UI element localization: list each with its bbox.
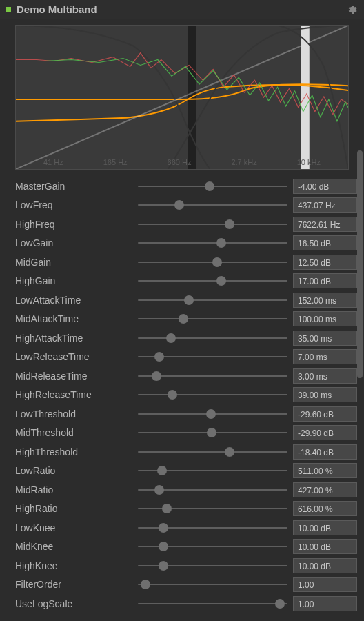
param-value[interactable]: 7.00 ms — [293, 349, 357, 364]
param-row: HighAttackTime35.00 ms — [15, 328, 357, 348]
panel-title: Demo Multiband — [17, 3, 346, 15]
slider-wrap — [132, 565, 293, 566]
slider-wrap — [132, 489, 293, 491]
param-label: LowReleaseTime — [15, 351, 132, 362]
param-row: MidGain12.50 dB — [15, 253, 357, 272]
param-value[interactable]: 1.00 — [293, 596, 357, 611]
param-slider[interactable] — [138, 470, 287, 471]
parameter-list: MasterGain-4.00 dBLowFreq437.07 HzHighFr… — [0, 174, 364, 613]
param-row: MidThreshold-29.90 dB — [15, 424, 357, 443]
slider-wrap — [132, 224, 293, 225]
active-indicator — [6, 7, 11, 12]
param-row: HighReleaseTime39.00 ms — [15, 386, 357, 405]
param-label: MasterGain — [15, 181, 132, 192]
scrollbar-thumb[interactable] — [357, 150, 363, 378]
param-value[interactable]: 152.00 ms — [293, 293, 357, 308]
param-value[interactable]: 10.00 dB — [293, 539, 357, 554]
param-slider[interactable] — [138, 242, 287, 244]
param-row: HighKnee10.00 dB — [15, 556, 357, 575]
param-label: HighGain — [15, 275, 132, 286]
slider-wrap — [132, 413, 293, 415]
param-row: LowAttackTime152.00 ms — [15, 290, 357, 310]
param-slider[interactable] — [138, 394, 287, 395]
param-label: LowRatio — [15, 465, 132, 476]
param-slider[interactable] — [138, 413, 287, 415]
param-slider[interactable] — [138, 280, 287, 282]
param-label: MidAttackTime — [15, 313, 132, 324]
param-label: MidGain — [15, 257, 132, 268]
param-row: HighThreshold-18.40 dB — [15, 442, 357, 462]
param-slider[interactable] — [138, 508, 287, 509]
param-label: FilterOrder — [15, 579, 132, 590]
param-value[interactable]: 10.00 dB — [293, 520, 357, 535]
param-slider[interactable] — [138, 546, 287, 547]
param-slider[interactable] — [138, 527, 287, 529]
svg-line-2 — [16, 26, 348, 169]
slider-wrap — [132, 508, 293, 509]
param-slider[interactable] — [138, 318, 287, 319]
panel-header: Demo Multiband — [0, 0, 364, 19]
param-label: LowKnee — [15, 522, 132, 533]
slider-wrap — [132, 603, 293, 604]
param-value[interactable]: 3.00 ms — [293, 368, 357, 384]
param-value[interactable]: 437.07 Hz — [293, 197, 357, 213]
param-slider[interactable] — [138, 204, 287, 206]
param-slider[interactable] — [138, 603, 287, 604]
param-slider[interactable] — [138, 375, 287, 377]
graph-svg — [16, 26, 348, 169]
param-row: LowFreq437.07 Hz — [15, 196, 357, 215]
param-slider[interactable] — [138, 262, 287, 263]
slider-wrap — [132, 242, 293, 244]
param-row: MidReleaseTime3.00 ms — [15, 366, 357, 386]
slider-wrap — [132, 527, 293, 529]
param-slider[interactable] — [138, 565, 287, 566]
param-slider[interactable] — [138, 489, 287, 491]
param-value[interactable]: 12.50 dB — [293, 255, 357, 270]
param-label: UseLogScale — [15, 598, 132, 609]
param-slider[interactable] — [138, 356, 287, 357]
slider-wrap — [132, 546, 293, 547]
param-value[interactable]: 427.00 % — [293, 482, 357, 497]
param-label: HighReleaseTime — [15, 389, 132, 400]
param-value[interactable]: 10.00 dB — [293, 558, 357, 573]
spectrum-graph[interactable]: 41 Hz 165 Hz 660 Hz 2.7 kHz 10 kHz — [15, 25, 349, 170]
param-row: HighFreq7622.61 Hz — [15, 215, 357, 234]
param-label: LowGain — [15, 237, 132, 248]
param-row: LowGain16.50 dB — [15, 234, 357, 253]
param-label: LowFreq — [15, 199, 132, 210]
param-value[interactable]: 16.50 dB — [293, 235, 357, 250]
param-label: HighThreshold — [15, 446, 132, 457]
param-slider[interactable] — [138, 337, 287, 339]
param-label: LowAttackTime — [15, 295, 132, 306]
param-row: HighGain17.00 dB — [15, 272, 357, 291]
param-slider[interactable] — [138, 584, 287, 585]
gear-icon[interactable] — [346, 4, 357, 15]
param-slider[interactable] — [138, 186, 287, 187]
param-slider[interactable] — [138, 299, 287, 301]
param-value[interactable]: 39.00 ms — [293, 387, 357, 402]
param-row: MasterGain-4.00 dB — [15, 177, 357, 196]
param-slider[interactable] — [138, 451, 287, 453]
param-label: LowThreshold — [15, 408, 132, 420]
param-value[interactable]: -18.40 dB — [293, 444, 357, 460]
param-label: MidKnee — [15, 541, 132, 552]
param-value[interactable]: -29.60 dB — [293, 406, 357, 422]
param-label: MidRatio — [15, 484, 132, 495]
param-slider[interactable] — [138, 432, 287, 433]
slider-wrap — [132, 584, 293, 585]
slider-wrap — [132, 337, 293, 339]
slider-wrap — [132, 451, 293, 453]
param-value[interactable]: 616.00 % — [293, 501, 357, 516]
scrollbar[interactable] — [357, 19, 363, 621]
param-slider[interactable] — [138, 224, 287, 225]
param-value[interactable]: 35.00 ms — [293, 331, 357, 346]
param-value[interactable]: -29.90 dB — [293, 425, 357, 440]
param-value[interactable]: -4.00 dB — [293, 179, 357, 194]
param-value[interactable]: 1.00 — [293, 577, 357, 592]
param-value[interactable]: 100.00 ms — [293, 311, 357, 326]
param-row: MidKnee10.00 dB — [15, 538, 357, 557]
param-value[interactable]: 7622.61 Hz — [293, 217, 357, 232]
param-value[interactable]: 17.00 dB — [293, 273, 357, 288]
param-value[interactable]: 511.00 % — [293, 463, 357, 478]
param-row: HighRatio616.00 % — [15, 500, 357, 519]
